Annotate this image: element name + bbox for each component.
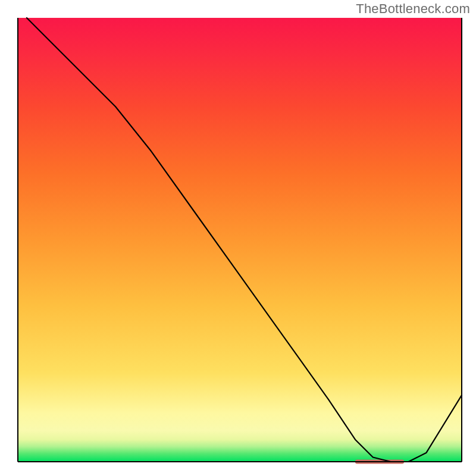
plot-background [18,18,462,462]
chart-svg [0,0,476,476]
watermark-text: TheBottleneck.com [356,1,470,17]
